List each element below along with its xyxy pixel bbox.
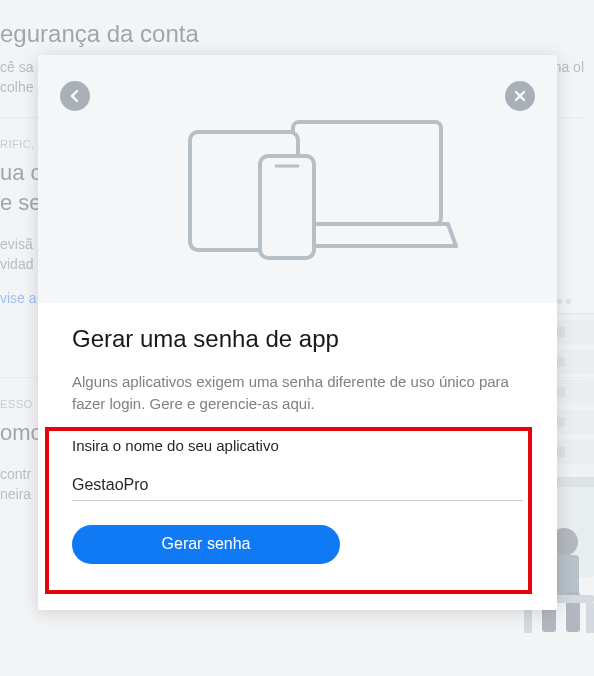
modal-header bbox=[38, 55, 557, 303]
generate-password-label: Gerar senha bbox=[162, 535, 251, 553]
chevron-left-icon bbox=[67, 88, 83, 104]
devices-illustration bbox=[138, 104, 458, 274]
close-icon bbox=[512, 88, 528, 104]
app-name-input[interactable] bbox=[72, 474, 523, 501]
generate-password-button[interactable]: Gerar senha bbox=[72, 525, 340, 564]
modal-body: Gerar uma senha de app Alguns aplicativo… bbox=[38, 303, 557, 590]
modal-title: Gerar uma senha de app bbox=[72, 325, 523, 353]
svg-rect-11 bbox=[260, 156, 314, 258]
app-password-modal: Gerar uma senha de app Alguns aplicativo… bbox=[38, 55, 557, 610]
back-button[interactable] bbox=[60, 81, 90, 111]
modal-description: Alguns aplicativos exigem uma senha dife… bbox=[72, 371, 523, 415]
close-button[interactable] bbox=[505, 81, 535, 111]
app-name-label: Insira o nome do seu aplicativo bbox=[72, 437, 523, 454]
